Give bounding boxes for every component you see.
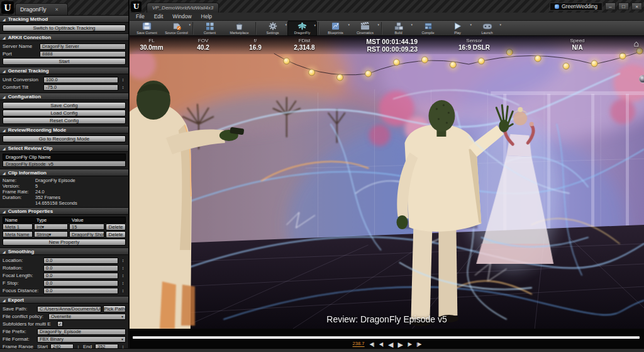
jump-to-start-button[interactable]: ◀|| [369,341,374,348]
project-badge: GreenWedding [550,3,602,11]
prop-delete-button[interactable]: Delete [106,224,126,230]
menu-edit[interactable]: Edit [154,13,164,20]
timeline-scrubber[interactable] [133,336,640,339]
blueprints-button[interactable]: ▾ Blueprints [321,21,350,36]
dragonfly-toolbar-button[interactable]: ▾ DragonFly [287,21,317,36]
viewport-gadget-icon[interactable] [639,75,644,83]
section-export[interactable]: ◢ Export [0,296,128,304]
unit-conversion-field[interactable]: 100.0 [43,77,118,83]
tab-dragonfly-label: DragonFly [20,6,47,13]
jump-to-end-button[interactable]: ||▶ [416,341,421,348]
switch-optitrack-button[interactable]: Switch to Optitrack Tracking [3,25,126,31]
save-config-button[interactable]: Save Config [3,102,126,109]
expander-icon[interactable]: ↕ [120,77,126,82]
section-custom-properties[interactable]: ◢ Custom Properties [0,207,128,215]
launch-icon [482,22,492,30]
expander-icon[interactable]: ↕ [120,288,126,293]
comfort-tilt-field[interactable]: -75.0 [43,84,118,91]
expander-icon[interactable]: ↕ [120,85,126,89]
step-forward-button[interactable]: |▶ [408,341,411,348]
chevron-down-icon: ▾ [285,23,287,26]
prop-name-field[interactable]: Meta Name [3,231,33,237]
save-current-button[interactable]: Save Current [132,21,162,36]
prop-type-dropdown[interactable]: Int▾ [34,224,68,230]
collapse-arrow-icon: ◢ [3,94,6,99]
hud-fl-label: FL [140,38,163,43]
content-button[interactable]: Content [195,21,225,36]
server-name-field[interactable]: DragonFly Server [40,43,126,50]
prop-type-dropdown[interactable]: String▾ [34,231,68,237]
launch-button[interactable]: ▾ Launch [472,21,502,36]
smoothing-focal-field[interactable]: 0.0 [43,273,118,279]
section-clip-information[interactable]: ◢ Clip Information [0,169,128,176]
build-button[interactable]: ▾ Build [384,21,413,36]
play-reverse-button[interactable]: ◀ [388,341,392,348]
collapse-arrow-icon: ◢ [3,171,6,175]
unreal-logo-icon: U [131,1,142,12]
start-button[interactable]: Start [3,58,126,65]
prop-value-field[interactable]: 15 [69,224,104,230]
hud-speed-value: N/A [570,44,584,51]
smoothing-location-field[interactable]: 0.0 [43,258,118,264]
section-title: Clip Information [8,170,47,176]
file-format-dropdown[interactable]: FBX Binary▾ [37,336,126,343]
menu-window[interactable]: Window [172,13,191,20]
chevron-down-icon: ▾ [411,23,413,26]
expander-icon[interactable]: ↕ [120,281,126,285]
prop-value-field[interactable]: DragonFly Shot 5 [69,231,104,237]
save-path-field[interactable]: C:/Users/Anna/Documents/Unreal Projects/… [37,306,101,312]
viewport[interactable]: FL 30.0mm FOV 40.2 f/ 16.9 FDist 2,314.8… [130,36,644,329]
smoothing-fstop-field[interactable]: 0.0 [43,280,118,287]
clip-name-label: Name: [3,178,35,183]
close-button[interactable]: × [631,3,642,10]
compile-button[interactable]: Compile [413,21,443,36]
expander-icon[interactable]: ↕ [120,258,126,263]
source-control-button[interactable]: ▾ Source Control [162,21,191,36]
pick-path-button[interactable]: Pick Path [103,305,126,312]
port-field[interactable]: 8888 [40,51,126,57]
play-button[interactable]: ▾ Play [443,21,472,36]
section-configuration[interactable]: ◢ Configuration [0,93,128,100]
current-frame-value[interactable]: 238.7 [353,341,365,347]
go-recording-mode-button[interactable]: Go to Recording Mode [3,135,126,142]
play-forward-button[interactable]: ▶ [397,341,402,348]
clip-framerate-value: 24.0 [35,189,45,195]
prop-delete-button[interactable]: Delete [106,231,126,238]
subfolders-checkbox[interactable]: ✓ [57,321,63,327]
tab-dragonfly[interactable]: DragonFly × [15,3,68,15]
section-tracking-method[interactable]: ◢ Tracking Method [0,15,128,23]
tab-close-icon[interactable]: × [55,6,58,13]
section-select-review-clip[interactable]: ◢ Select Review Clip [0,144,128,152]
menu-help[interactable]: Help [201,13,212,20]
smoothing-focus-field[interactable]: 0.0 [43,288,118,294]
maximize-button[interactable]: □ [618,3,629,10]
home-icon[interactable]: ⌂ [634,39,639,48]
expander-icon[interactable]: ↕ [120,266,126,270]
smoothing-rotation-field[interactable]: 0.0 [43,265,118,271]
settings-button[interactable]: ▾ Settings [258,21,287,36]
clip-list-item-selected[interactable]: DragonFly Episode_v5 [3,161,126,167]
minimize-button[interactable]: – [605,3,616,10]
section-general-tracking[interactable]: ◢ General Tracking [0,67,128,74]
server-name-label: Server Name [3,43,38,49]
step-back-button[interactable]: ◀| [379,341,383,348]
reset-config-button[interactable]: Reset Config [3,117,126,124]
new-property-button[interactable]: New Property [3,239,126,246]
expander-icon[interactable]: ↕ [120,273,126,278]
load-config-button[interactable]: Load Config [3,110,126,116]
prop-name-field[interactable]: Meta 1 [3,224,33,230]
file-prefix-label: File Prefix: [3,329,35,334]
tab-level[interactable]: VP_DemoWorldVidWall4x3 [147,3,219,13]
cinematics-button[interactable]: ▾ Cinematics [350,21,380,36]
file-prefix-field[interactable]: DragonFly_Episode [37,329,126,335]
menu-file[interactable]: File [136,13,145,20]
hud-fdist-value: 2,314.8 [294,44,314,51]
marketplace-button[interactable]: Marketplace [225,21,254,36]
section-smoothing[interactable]: ◢ Smoothing [0,247,128,255]
section-arkit-connection[interactable]: ◢ ARKit Connection [0,33,128,41]
chevron-down-icon: ▾ [348,23,350,26]
conflict-policy-label: File conflict policy: [3,314,47,319]
section-review-recording[interactable]: ◢ Review/Recording Mode [0,126,128,133]
conflict-policy-dropdown[interactable]: Overwrite▾ [48,314,126,320]
clip-version-value: 5 [35,183,38,189]
